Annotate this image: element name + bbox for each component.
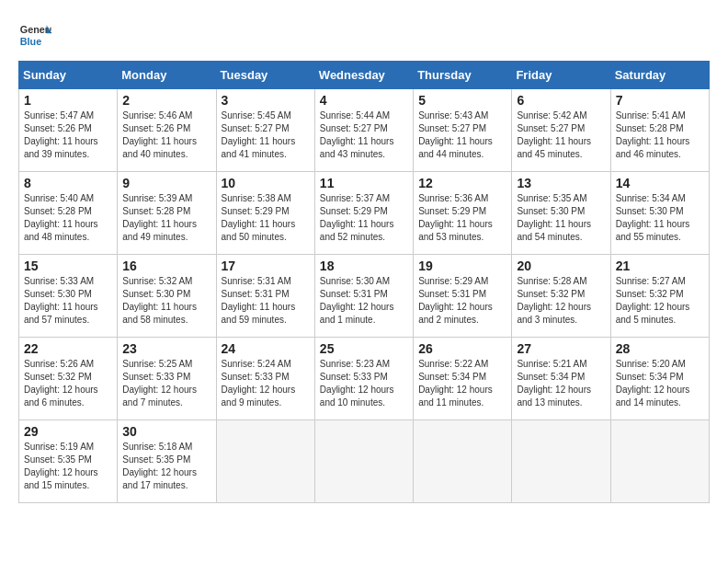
cell-info-line: Sunset: 5:27 PM (222, 122, 310, 135)
cell-info-line: Daylight: 12 hours (222, 384, 310, 396)
cell-info-line: Daylight: 11 hours (24, 301, 112, 314)
day-number: 25 (320, 341, 408, 356)
cell-info-line: Sunset: 5:34 PM (616, 371, 704, 384)
cell-info-line: Sunset: 5:29 PM (320, 205, 408, 218)
day-number: 7 (616, 93, 704, 108)
cell-info-line: Sunrise: 5:34 AM (616, 192, 704, 205)
svg-text:Blue: Blue (20, 36, 41, 47)
cell-info-line: and 3 minutes. (517, 314, 605, 327)
cell-info-line: Sunrise: 5:23 AM (320, 358, 408, 371)
cell-info-line: Daylight: 11 hours (24, 218, 112, 231)
cell-info-line: Sunrise: 5:43 AM (418, 109, 506, 122)
cell-info-line: Sunrise: 5:28 AM (517, 275, 605, 288)
cell-info-line: and 50 minutes. (222, 231, 310, 244)
cell-info-line: Daylight: 11 hours (320, 218, 408, 231)
cell-info-line: Daylight: 11 hours (616, 218, 704, 231)
cell-info-line: Sunrise: 5:20 AM (616, 358, 704, 371)
day-number: 1 (24, 93, 112, 108)
day-number: 29 (24, 424, 112, 439)
cell-info-line: Sunset: 5:34 PM (418, 371, 506, 384)
cell-info-line: and 41 minutes. (222, 148, 310, 161)
cell-info-line: and 55 minutes. (616, 231, 704, 244)
cell-info-line: Daylight: 11 hours (122, 301, 210, 314)
calendar-cell: 26Sunrise: 5:22 AMSunset: 5:34 PMDayligh… (414, 338, 512, 420)
cell-info-line: Sunset: 5:30 PM (616, 205, 704, 218)
calendar-cell (512, 420, 610, 503)
calendar-cell (216, 420, 314, 503)
calendar-cell: 22Sunrise: 5:26 AMSunset: 5:32 PMDayligh… (19, 338, 118, 420)
cell-info-line: Sunset: 5:31 PM (320, 288, 408, 301)
cell-info-line: Sunset: 5:33 PM (222, 371, 310, 384)
calendar-cell: 17Sunrise: 5:31 AMSunset: 5:31 PMDayligh… (216, 255, 314, 338)
cell-info-line: Sunset: 5:30 PM (517, 205, 605, 218)
cell-info-line: and 45 minutes. (517, 148, 605, 161)
cell-info-line: Sunrise: 5:26 AM (24, 358, 112, 371)
cell-info-line: Sunrise: 5:19 AM (24, 441, 112, 454)
cell-info-line: and 52 minutes. (320, 231, 408, 244)
day-number: 27 (517, 341, 605, 356)
cell-info-line: Daylight: 12 hours (517, 301, 605, 314)
cell-info-line: Sunset: 5:29 PM (418, 205, 506, 218)
day-number: 26 (418, 341, 506, 356)
calendar-cell: 4Sunrise: 5:44 AMSunset: 5:27 PMDaylight… (314, 89, 413, 172)
calendar-week-1: 1Sunrise: 5:47 AMSunset: 5:26 PMDaylight… (19, 89, 710, 172)
day-number: 5 (418, 93, 506, 108)
cell-info-line: Daylight: 12 hours (320, 384, 408, 396)
cell-info-line: and 6 minutes. (24, 396, 112, 409)
calendar-cell: 9Sunrise: 5:39 AMSunset: 5:28 PMDaylight… (118, 172, 216, 255)
cell-info-line: and 5 minutes. (616, 314, 704, 327)
cell-info-line: Sunrise: 5:47 AM (24, 109, 112, 122)
cell-info-line: Daylight: 11 hours (222, 218, 310, 231)
cell-info-line: and 53 minutes. (418, 231, 506, 244)
cell-info-line: Sunset: 5:30 PM (122, 288, 210, 301)
day-number: 6 (517, 93, 605, 108)
calendar-cell: 14Sunrise: 5:34 AMSunset: 5:30 PMDayligh… (610, 172, 709, 255)
cell-info-line: Sunset: 5:27 PM (517, 122, 605, 135)
cell-info-line: Sunrise: 5:30 AM (320, 275, 408, 288)
calendar-cell: 8Sunrise: 5:40 AMSunset: 5:28 PMDaylight… (19, 172, 118, 255)
cell-info-line: Sunset: 5:27 PM (418, 122, 506, 135)
cell-info-line: Daylight: 11 hours (122, 218, 210, 231)
calendar-cell: 5Sunrise: 5:43 AMSunset: 5:27 PMDaylight… (414, 89, 512, 172)
calendar-week-2: 8Sunrise: 5:40 AMSunset: 5:28 PMDaylight… (19, 172, 710, 255)
calendar-cell: 28Sunrise: 5:20 AMSunset: 5:34 PMDayligh… (610, 338, 709, 420)
cell-info-line: and 46 minutes. (616, 148, 704, 161)
cell-info-line: Sunset: 5:33 PM (320, 371, 408, 384)
cell-info-line: Sunrise: 5:29 AM (418, 275, 506, 288)
cell-info-line: Daylight: 11 hours (24, 135, 112, 148)
cell-info-line: Sunset: 5:35 PM (24, 454, 112, 466)
calendar-cell (314, 420, 413, 503)
cell-info-line: Sunset: 5:30 PM (24, 288, 112, 301)
cell-info-line: and 1 minute. (320, 314, 408, 327)
cell-info-line: Daylight: 11 hours (517, 218, 605, 231)
day-number: 20 (517, 259, 605, 273)
cell-info-line: Sunrise: 5:25 AM (122, 358, 210, 371)
cell-info-line: Daylight: 11 hours (418, 218, 506, 231)
cell-info-line: Sunrise: 5:39 AM (122, 192, 210, 205)
calendar-cell: 13Sunrise: 5:35 AMSunset: 5:30 PMDayligh… (512, 172, 610, 255)
day-number: 19 (418, 259, 506, 273)
day-number: 18 (320, 259, 408, 273)
cell-info-line: Sunset: 5:32 PM (517, 288, 605, 301)
calendar-header-row: SundayMondayTuesdayWednesdayThursdayFrid… (19, 62, 710, 89)
calendar-cell: 21Sunrise: 5:27 AMSunset: 5:32 PMDayligh… (610, 255, 709, 338)
day-number: 4 (320, 93, 408, 108)
day-number: 8 (24, 176, 112, 190)
cell-info-line: Sunrise: 5:37 AM (320, 192, 408, 205)
calendar-cell: 19Sunrise: 5:29 AMSunset: 5:31 PMDayligh… (414, 255, 512, 338)
cell-info-line: Sunset: 5:33 PM (122, 371, 210, 384)
day-number: 28 (616, 341, 704, 356)
day-number: 15 (24, 259, 112, 273)
col-header-tuesday: Tuesday (216, 62, 314, 89)
day-number: 3 (222, 93, 310, 108)
cell-info-line: Daylight: 12 hours (616, 301, 704, 314)
calendar-cell: 24Sunrise: 5:24 AMSunset: 5:33 PMDayligh… (216, 338, 314, 420)
day-number: 16 (122, 259, 210, 273)
logo-icon: General Blue (18, 18, 51, 52)
cell-info-line: Sunset: 5:32 PM (24, 371, 112, 384)
cell-info-line: and 9 minutes. (222, 396, 310, 409)
day-number: 9 (122, 176, 210, 190)
calendar-cell (414, 420, 512, 503)
day-number: 17 (222, 259, 310, 273)
cell-info-line: Daylight: 12 hours (616, 384, 704, 396)
